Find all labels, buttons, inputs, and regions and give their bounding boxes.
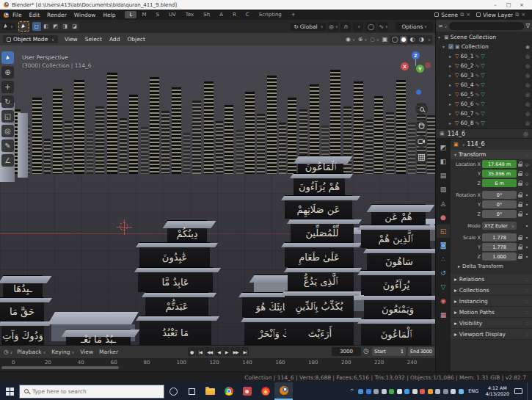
object-properties-tab[interactable]: ◱ [437, 225, 450, 238]
tray-expand-icon[interactable]: ^ [350, 388, 354, 394]
panel-instancing[interactable]: ▸Instancing∷ [451, 296, 532, 307]
outliner-object-row[interactable]: ▸▽60_7∿▽◎ [436, 109, 532, 118]
wireframe-shading-button[interactable]: ◯ [391, 36, 398, 43]
outliner-object-row[interactable]: ▸▽60_1∿▽◎ [436, 51, 532, 61]
expand-arrow-icon[interactable]: ▸ [449, 120, 453, 126]
menu-help[interactable]: Help [99, 12, 119, 18]
expand-arrow-icon[interactable]: ▸ [449, 73, 453, 78]
pivot-point-dropdown[interactable]: ◎∨ [328, 22, 338, 32]
tray-icon[interactable] [435, 389, 440, 394]
cursor-tool-button[interactable]: ⊕ [1, 66, 14, 79]
navigation-gizmo[interactable]: Z X Y [401, 51, 431, 81]
frame-end-field[interactable]: End3000 [408, 347, 434, 356]
transform-panel-header[interactable]: ▾ Transform ∷ [451, 150, 532, 159]
auto-keyframe-icon[interactable]: ◷ [363, 347, 369, 354]
animate-dot-icon[interactable]: • [524, 192, 530, 197]
collection-row[interactable]: ▾ ✓ ▣ Collection ◉ [436, 42, 532, 51]
opera-button[interactable] [256, 382, 274, 400]
scale-y-field[interactable]: 1.778 [482, 243, 517, 251]
scene-collection-row[interactable]: ▾ ▣ Scene Collection [436, 32, 532, 42]
media-app-button[interactable] [238, 382, 256, 400]
world-properties-tab[interactable]: ● [437, 211, 450, 224]
mode-dropdown[interactable]: Object Mode∨ [3, 35, 58, 43]
camera-view-icon[interactable] [415, 135, 428, 148]
active-tool-dropdown[interactable]: ∨ [2, 23, 15, 30]
chrome-button[interactable] [219, 382, 238, 400]
tray-icon[interactable] [420, 389, 425, 394]
workspace-tab-m[interactable]: M [137, 11, 150, 18]
lock-icon[interactable] [518, 204, 522, 207]
move-tool-button[interactable]: + [1, 81, 14, 93]
start-button[interactable] [0, 382, 19, 400]
blender-taskbar-button[interactable] [274, 382, 293, 400]
blender-menu-icon[interactable] [4, 12, 9, 18]
rotation-x-field[interactable]: 0° [482, 191, 517, 199]
snap-dropdown[interactable]: ∨ [353, 22, 363, 32]
tray-icon[interactable] [459, 389, 464, 394]
workspace-tab-+[interactable]: + [287, 11, 300, 18]
animate-dot-icon[interactable]: • [524, 235, 530, 240]
workspace-tab-scripting[interactable]: Scripting [255, 11, 286, 18]
lock-icon[interactable] [518, 214, 522, 217]
collection-checkbox[interactable]: ✓ [448, 44, 453, 49]
menu-window[interactable]: Window [70, 12, 100, 18]
animate-dot-icon[interactable]: • [524, 244, 530, 250]
remove-view-layer-icon[interactable]: × [521, 12, 525, 18]
show-desktop-button[interactable] [527, 382, 530, 400]
workspace-tab-l[interactable]: L [125, 11, 136, 18]
viewport-menu-view[interactable]: View [62, 36, 81, 43]
play-reverse-button[interactable]: ◀ [215, 347, 222, 356]
tray-icon[interactable] [358, 389, 363, 394]
timeline-menu-marker[interactable]: Marker [99, 349, 118, 355]
prev-keyframe-button[interactable]: ◀◀ [205, 347, 214, 356]
lock-icon[interactable] [518, 256, 522, 259]
scale-z-field[interactable]: 1.000 [482, 252, 517, 261]
outliner-object-row[interactable]: ▸▽60_8∿▽◎ [436, 118, 532, 128]
tray-icon[interactable] [366, 389, 371, 394]
rotation-y-field[interactable]: 0° [482, 200, 517, 208]
texture-properties-tab[interactable]: ▦ [437, 308, 450, 321]
scale-tool-button[interactable]: ◱ [1, 110, 14, 123]
workspace-tab-sh[interactable]: Sh [199, 11, 214, 18]
lock-icon[interactable] [518, 247, 522, 250]
hide-eye-icon[interactable]: ◎ [525, 54, 530, 59]
measure-tool-button[interactable]: ∠ [1, 154, 14, 167]
new-view-layer-icon[interactable]: ⧉ [515, 12, 519, 18]
hide-eye-icon[interactable]: ◎ [525, 101, 530, 107]
keyframe-icon[interactable]: ◇ [524, 161, 530, 167]
tray-icon[interactable] [374, 389, 379, 394]
keyframe-icon[interactable]: ◇ [524, 181, 530, 186]
new-scene-icon[interactable]: ⧉ [460, 12, 464, 18]
panel-viewport-display[interactable]: ▸Viewport Display∷ [451, 329, 532, 340]
tray-icon[interactable] [412, 389, 418, 394]
frame-start-field[interactable]: Start1 [372, 347, 406, 356]
animate-dot-icon[interactable]: • [524, 202, 530, 207]
outliner-object-row[interactable]: ▸▽60_2∿▽◎ [436, 61, 532, 70]
expand-arrow-icon[interactable]: ▸ [449, 111, 453, 116]
transform-tool-button[interactable]: ◎ [1, 125, 14, 137]
hide-eye-icon[interactable]: ◎ [525, 111, 530, 117]
record-button[interactable]: ● [188, 347, 195, 356]
rotation-mode-dropdown[interactable]: XYZ Euler∨ [482, 222, 517, 230]
jump-start-button[interactable]: |◀ [196, 347, 204, 356]
annotate-tool-button[interactable]: ✎ [1, 139, 14, 152]
lock-icon[interactable] [518, 173, 522, 176]
location-x-field[interactable]: 17.649 m [482, 160, 517, 168]
tool-properties-tab[interactable]: ◩ [437, 141, 450, 154]
menu-edit[interactable]: Edit [26, 12, 44, 18]
tray-icon[interactable] [382, 389, 387, 394]
modifiers-properties-tab[interactable]: ◙ [437, 239, 450, 252]
transform-orientation-dropdown[interactable]: ↻ Global∨ [291, 23, 326, 31]
proportional-edit-icon[interactable]: ◯ [365, 22, 376, 32]
panel-motion-paths[interactable]: ▸Motion Paths∷ [451, 307, 532, 318]
timeline-editor-icon[interactable]: ◷∨ [4, 349, 12, 355]
tray-icon[interactable] [404, 389, 409, 394]
rendered-shading-button[interactable]: ◑ [418, 36, 425, 43]
collection-render-icon[interactable]: ◉ [525, 44, 530, 50]
workspace-tab-s[interactable]: S [151, 11, 163, 18]
physics-properties-tab[interactable]: ↺ [437, 266, 450, 280]
material-shading-button[interactable]: ◐ [409, 36, 416, 43]
material-properties-tab[interactable]: ◉ [437, 294, 450, 308]
jump-end-button[interactable]: ▶| [241, 347, 249, 356]
timeline-ruler[interactable]: 020406080100120140160180200220240 [0, 358, 435, 371]
